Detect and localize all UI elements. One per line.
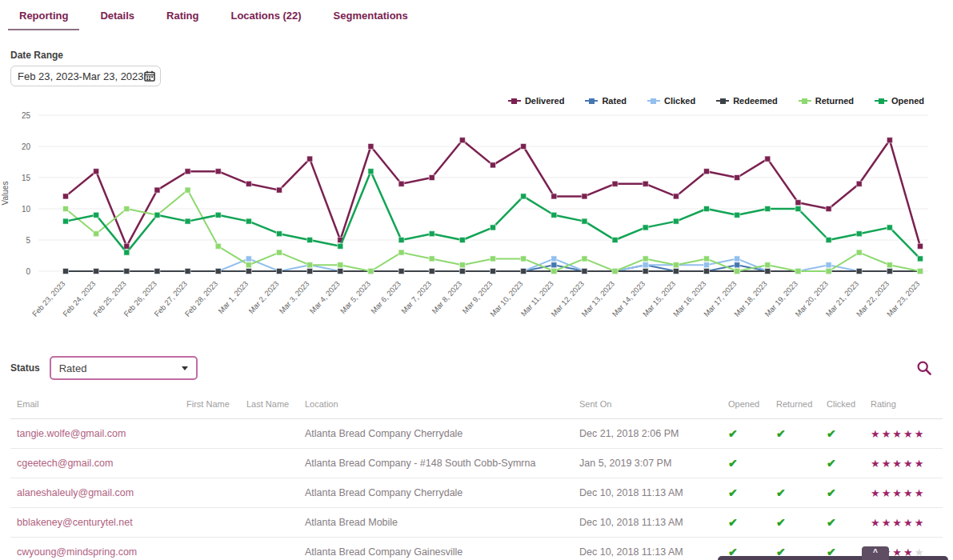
data-point-delivered[interactable] bbox=[887, 138, 892, 143]
col-header-email[interactable]: Email bbox=[10, 390, 180, 419]
data-point-opened[interactable] bbox=[673, 218, 679, 224]
tab-details[interactable]: Details bbox=[89, 6, 146, 30]
table-row[interactable]: tangie.wolfe@gmail.comAtlanta Bread Comp… bbox=[10, 419, 943, 449]
tab-locations[interactable]: Locations (22) bbox=[219, 6, 312, 30]
legend-item-opened[interactable]: Opened bbox=[875, 96, 924, 106]
data-point-delivered[interactable] bbox=[124, 243, 130, 249]
data-point-opened[interactable] bbox=[246, 218, 251, 224]
data-point-opened[interactable] bbox=[429, 231, 434, 237]
data-point-rated[interactable] bbox=[551, 262, 557, 268]
data-point-delivered[interactable] bbox=[215, 169, 221, 174]
data-point-redeemed[interactable] bbox=[215, 269, 221, 274]
data-point-opened[interactable] bbox=[215, 212, 221, 218]
table-row[interactable]: bblakeney@centurytel.netAtlanta Bread Mo… bbox=[10, 508, 943, 538]
data-point-redeemed[interactable] bbox=[246, 269, 251, 274]
col-header-returned[interactable]: Returned bbox=[770, 390, 820, 419]
data-point-redeemed[interactable] bbox=[673, 269, 679, 274]
col-header-clicked[interactable]: Clicked bbox=[820, 390, 864, 419]
data-point-opened[interactable] bbox=[795, 206, 801, 212]
legend-item-rated[interactable]: Rated bbox=[585, 96, 627, 106]
data-point-opened[interactable] bbox=[124, 250, 130, 255]
data-point-delivered[interactable] bbox=[795, 200, 801, 206]
data-point-opened[interactable] bbox=[551, 212, 557, 218]
data-point-opened[interactable] bbox=[459, 238, 465, 243]
data-point-redeemed[interactable] bbox=[887, 269, 892, 274]
data-point-delivered[interactable] bbox=[307, 156, 313, 162]
data-point-redeemed[interactable] bbox=[185, 269, 190, 274]
expand-panel-button[interactable]: ^ bbox=[862, 546, 889, 560]
data-point-returned[interactable] bbox=[643, 256, 648, 262]
data-point-returned[interactable] bbox=[735, 269, 740, 274]
data-point-redeemed[interactable] bbox=[856, 269, 862, 274]
data-point-opened[interactable] bbox=[643, 225, 648, 230]
row-email[interactable]: alaneshaleuly@gmail.com bbox=[10, 478, 180, 508]
table-row[interactable]: alaneshaleuly@gmail.comAtlanta Bread Com… bbox=[10, 478, 943, 508]
data-point-delivered[interactable] bbox=[673, 194, 679, 199]
data-point-redeemed[interactable] bbox=[459, 269, 465, 274]
data-point-returned[interactable] bbox=[429, 256, 434, 262]
data-point-delivered[interactable] bbox=[918, 243, 923, 249]
data-point-returned[interactable] bbox=[765, 262, 771, 268]
data-point-redeemed[interactable] bbox=[277, 269, 282, 274]
date-range-input[interactable]: Feb 23, 2023-Mar 23, 2023 bbox=[10, 66, 161, 86]
data-point-redeemed[interactable] bbox=[491, 269, 496, 274]
data-point-delivered[interactable] bbox=[856, 181, 862, 186]
data-point-returned[interactable] bbox=[826, 269, 831, 274]
data-point-returned[interactable] bbox=[246, 262, 251, 268]
row-email[interactable]: tangie.wolfe@gmail.com bbox=[10, 419, 180, 449]
data-point-opened[interactable] bbox=[63, 218, 69, 224]
col-header-first-name[interactable]: First Name bbox=[180, 390, 240, 419]
data-point-delivered[interactable] bbox=[277, 187, 282, 193]
data-point-redeemed[interactable] bbox=[307, 269, 313, 274]
data-point-clicked[interactable] bbox=[643, 262, 648, 268]
data-point-opened[interactable] bbox=[704, 206, 710, 212]
data-point-returned[interactable] bbox=[338, 262, 343, 268]
data-point-delivered[interactable] bbox=[765, 156, 771, 162]
data-point-delivered[interactable] bbox=[398, 181, 404, 186]
data-point-redeemed[interactable] bbox=[94, 269, 99, 274]
data-point-opened[interactable] bbox=[612, 238, 618, 243]
data-point-returned[interactable] bbox=[398, 250, 404, 255]
data-point-returned[interactable] bbox=[887, 262, 892, 268]
data-point-opened[interactable] bbox=[887, 225, 892, 230]
data-point-opened[interactable] bbox=[154, 212, 160, 218]
data-point-redeemed[interactable] bbox=[338, 269, 343, 274]
col-header-rating[interactable]: Rating bbox=[864, 390, 943, 419]
data-point-returned[interactable] bbox=[368, 269, 374, 274]
data-point-redeemed[interactable] bbox=[154, 269, 160, 274]
data-point-clicked[interactable] bbox=[826, 262, 831, 268]
legend-item-clicked[interactable]: Clicked bbox=[647, 96, 695, 106]
data-point-delivered[interactable] bbox=[551, 194, 557, 199]
data-point-delivered[interactable] bbox=[826, 206, 831, 212]
col-header-last-name[interactable]: Last Name bbox=[240, 390, 298, 419]
data-point-delivered[interactable] bbox=[612, 181, 618, 186]
data-point-delivered[interactable] bbox=[459, 138, 465, 143]
data-point-redeemed[interactable] bbox=[521, 269, 527, 274]
data-point-returned[interactable] bbox=[918, 269, 923, 274]
data-point-clicked[interactable] bbox=[551, 256, 557, 262]
data-point-opened[interactable] bbox=[491, 225, 496, 230]
data-point-returned[interactable] bbox=[185, 187, 190, 193]
data-point-returned[interactable] bbox=[612, 269, 618, 274]
tab-rating[interactable]: Rating bbox=[155, 6, 210, 30]
data-point-returned[interactable] bbox=[63, 206, 69, 212]
data-point-opened[interactable] bbox=[856, 231, 862, 237]
col-header-location[interactable]: Location bbox=[298, 390, 573, 419]
data-point-redeemed[interactable] bbox=[398, 269, 404, 274]
data-point-opened[interactable] bbox=[398, 238, 404, 243]
data-point-redeemed[interactable] bbox=[582, 269, 587, 274]
data-point-returned[interactable] bbox=[795, 269, 801, 274]
data-point-delivered[interactable] bbox=[185, 169, 190, 174]
data-point-returned[interactable] bbox=[856, 250, 862, 255]
legend-item-delivered[interactable]: Delivered bbox=[508, 96, 565, 106]
tab-segmentations[interactable]: Segmentations bbox=[322, 6, 419, 30]
data-point-returned[interactable] bbox=[551, 269, 557, 274]
data-point-opened[interactable] bbox=[307, 238, 313, 243]
data-point-redeemed[interactable] bbox=[429, 269, 434, 274]
data-point-redeemed[interactable] bbox=[63, 269, 69, 274]
data-point-returned[interactable] bbox=[521, 256, 527, 262]
data-point-opened[interactable] bbox=[521, 194, 527, 199]
data-point-returned[interactable] bbox=[124, 206, 130, 212]
data-point-opened[interactable] bbox=[765, 206, 771, 212]
data-point-opened[interactable] bbox=[735, 212, 740, 218]
